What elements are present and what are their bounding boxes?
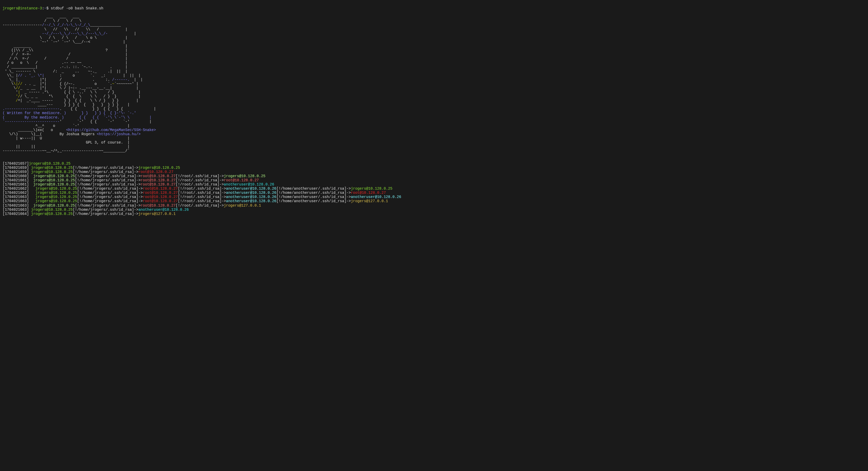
- path-segment: [!/root/.ssh/id_rsa]->: [176, 182, 224, 187]
- prompt-separator: :: [42, 6, 44, 10]
- log-timestamp: [1704021662]: [3, 187, 29, 191]
- log-line: [1704021663] jrogers@10.128.0.25[!/home/…: [3, 199, 865, 203]
- host-segment: jrogers@10.128.0.25: [351, 187, 393, 191]
- path-segment: [!/root/.ssh/id_rsa]->: [178, 195, 226, 199]
- log-timestamp: [1704021664]: [3, 212, 29, 216]
- log-timestamp: [1704021663]: [3, 203, 29, 208]
- path-segment: [!/home/jrogers/.ssh/id_rsa]->: [73, 212, 138, 216]
- host-segment: root@10.128.0.27: [143, 195, 178, 199]
- log-line: [1704021664] jrogers@10.128.0.25[!/home/…: [3, 212, 865, 216]
- host-segment: anotheruser@10.128.0.26: [226, 199, 276, 203]
- host-segment: jrogers@10.128.0.25: [31, 170, 73, 174]
- ascii-art-banner: ___ ___ ___ / \ / \ / \ ----------------…: [3, 14, 865, 153]
- log-timestamp: [1704021657]: [3, 162, 29, 166]
- host-segment: jrogers@127.0.0.1: [138, 212, 176, 216]
- host-segment: jrogers@10.128.0.25: [33, 182, 75, 187]
- log-timestamp: [1704021659]: [3, 170, 29, 174]
- path-segment: [!/root/.ssh/id_rsa]->: [178, 199, 226, 203]
- path-segment: [!/home/jrogers/.ssh/id_rsa]->: [75, 178, 141, 182]
- host-segment: root@10.128.0.27: [141, 203, 176, 208]
- host-segment: jrogers@10.128.0.25: [33, 178, 75, 182]
- log-timestamp: [1704021662]: [3, 191, 29, 195]
- host-segment: jrogers@10.128.0.25: [35, 195, 77, 199]
- path-segment: [!/root/.ssh/id_rsa]->: [176, 203, 224, 208]
- path-segment: [!/home/jrogers/.ssh/id_rsa]->: [77, 195, 143, 199]
- host-segment: jrogers@127.0.0.1: [224, 203, 261, 208]
- host-segment: root@10.128.0.27: [138, 170, 173, 174]
- host-segment: root@10.128.0.27: [224, 178, 259, 182]
- prompt-user-host: jrogers@instance-3: [3, 6, 42, 10]
- path-segment: [!/root/.ssh/id_rsa]->: [178, 191, 226, 195]
- host-segment: root@10.128.0.27: [141, 174, 176, 178]
- host-segment: jrogers@10.128.0.25: [224, 174, 266, 178]
- host-segment: jrogers@10.128.0.25: [31, 166, 73, 170]
- log-line: [1704021660] jrogers@10.128.0.25[!/home/…: [3, 174, 865, 178]
- path-segment: [!/home/jrogers/.ssh/id_rsa]->: [75, 182, 141, 187]
- log-output: [1704021657]jrogers@10.128.0.25[17040216…: [3, 162, 865, 216]
- host-segment: anotheruser@10.128.0.26: [224, 182, 274, 187]
- host-segment: root@10.128.0.27: [351, 191, 386, 195]
- host-segment: jrogers@10.128.0.25: [35, 191, 77, 195]
- log-line: [1704021663] jrogers@10.128.0.25[!/home/…: [3, 208, 865, 212]
- path-segment: [!/root/.ssh/id_rsa]->: [176, 178, 224, 182]
- shell-prompt: jrogers@instance-3:~$: [3, 6, 51, 10]
- log-line: [1704021659] jrogers@10.128.0.25[!/home/…: [3, 166, 865, 170]
- host-segment: anotheruser@10.128.0.26: [226, 191, 276, 195]
- log-timestamp: [1704021661]: [3, 182, 29, 187]
- host-segment: root@10.128.0.27: [141, 182, 176, 187]
- path-segment: [!/home/anotheruser/.ssh/id_rsa]->: [276, 187, 351, 191]
- host-segment: jrogers@10.128.0.25: [35, 199, 77, 203]
- host-segment: anotheruser@10.128.0.26: [226, 195, 276, 199]
- log-line: [1704021662] jrogers@10.128.0.25[!/home/…: [3, 187, 865, 191]
- host-segment: jrogers@10.128.0.25: [33, 174, 75, 178]
- path-segment: [!/home/jrogers/.ssh/id_rsa]->: [77, 191, 143, 195]
- path-segment: [!/home/jrogers/.ssh/id_rsa]->: [75, 174, 141, 178]
- path-segment: [!/root/.ssh/id_rsa]->: [176, 174, 224, 178]
- host-segment: jrogers@10.128.0.25: [31, 208, 73, 212]
- log-line: [1704021663] jrogers@10.128.0.25[!/home/…: [3, 195, 865, 199]
- log-line: [1704021659] jrogers@10.128.0.25[!/home/…: [3, 170, 865, 174]
- path-segment: [!/home/anotheruser/.ssh/id_rsa]->: [276, 199, 351, 203]
- host-segment: root@10.128.0.27: [141, 178, 176, 182]
- path-segment: [!/home/jrogers/.ssh/id_rsa]->: [73, 208, 138, 212]
- log-timestamp: [1704021661]: [3, 178, 29, 182]
- host-segment: jrogers@127.0.0.1: [351, 199, 388, 203]
- prompt-dollar: $: [46, 6, 49, 10]
- host-segment: jrogers@10.128.0.25: [31, 212, 73, 216]
- host-segment: anotheruser@10.128.0.26: [138, 208, 189, 212]
- path-segment: [!/home/jrogers/.ssh/id_rsa]->: [77, 199, 143, 203]
- path-segment: [!/home/jrogers/.ssh/id_rsa]->: [73, 166, 138, 170]
- path-segment: [!/home/jrogers/.ssh/id_rsa]->: [73, 170, 138, 174]
- host-segment: jrogers@10.128.0.25: [35, 187, 77, 191]
- host-segment: anotheruser@10.128.0.26: [226, 187, 276, 191]
- log-timestamp: [1704021663]: [3, 208, 29, 212]
- host-segment: jrogers@10.128.0.25: [29, 162, 71, 166]
- host-segment: jrogers@10.128.0.25: [138, 166, 180, 170]
- prompt-path: ~: [44, 6, 46, 10]
- log-line: [1704021661] jrogers@10.128.0.25[!/home/…: [3, 178, 865, 182]
- log-line: [1704021662] jrogers@10.128.0.25[!/home/…: [3, 191, 865, 195]
- path-segment: [!/home/anotheruser/.ssh/id_rsa]->: [276, 191, 351, 195]
- path-segment: [!/home/anotheruser/.ssh/id_rsa]->: [276, 195, 351, 199]
- path-segment: [!/root/.ssh/id_rsa]->: [178, 187, 226, 191]
- author-url[interactable]: <https://joshua.hu/>: [97, 132, 141, 136]
- log-line: [1704021657]jrogers@10.128.0.25: [3, 162, 865, 166]
- shell-command: stdbuf -o0 bash Snake.sh: [51, 6, 103, 10]
- log-timestamp: [1704021663]: [3, 195, 29, 199]
- log-timestamp: [1704021663]: [3, 199, 29, 203]
- host-segment: root@10.128.0.27: [143, 199, 178, 203]
- path-segment: [!/home/jrogers/.ssh/id_rsa]->: [77, 187, 143, 191]
- host-segment: root@10.128.0.27: [143, 187, 178, 191]
- path-segment: [!/home/jrogers/.ssh/id_rsa]->: [75, 203, 141, 208]
- terminal-output: jrogers@instance-3:~$ stdbuf -o0 bash Sn…: [0, 0, 868, 222]
- log-timestamp: [1704021660]: [3, 174, 29, 178]
- log-timestamp: [1704021659]: [3, 166, 29, 170]
- host-segment: anotheruser@10.128.0.26: [351, 195, 401, 199]
- host-segment: root@10.128.0.27: [143, 191, 178, 195]
- log-line: [1704021663] jrogers@10.128.0.25[!/home/…: [3, 203, 865, 208]
- github-url[interactable]: <https://github.com/MegaManSec/SSH-Snake…: [66, 128, 156, 132]
- log-line: [1704021661] jrogers@10.128.0.25[!/home/…: [3, 182, 865, 187]
- host-segment: jrogers@10.128.0.25: [33, 203, 75, 208]
